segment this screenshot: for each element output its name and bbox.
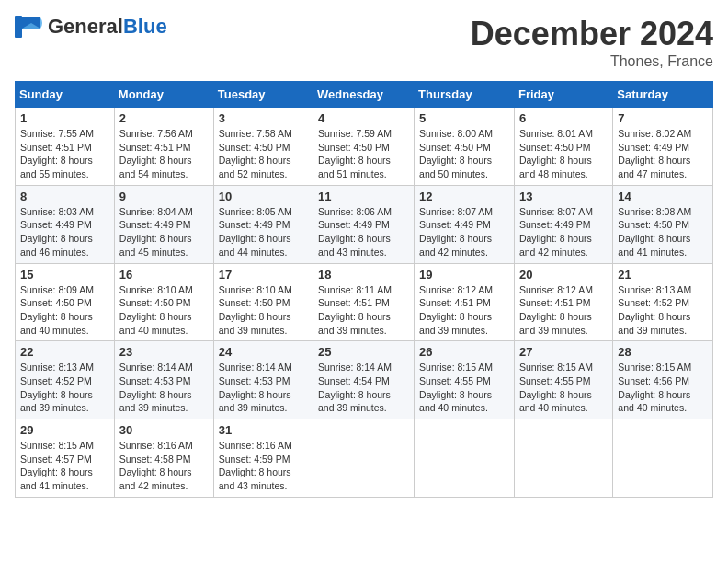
- day-number: 17: [219, 268, 308, 282]
- day-info: Sunrise: 7:59 AM Sunset: 4:50 PM Dayligh…: [318, 127, 409, 181]
- day-info: Sunrise: 8:00 AM Sunset: 4:50 PM Dayligh…: [419, 127, 509, 181]
- day-number: 7: [618, 111, 708, 125]
- day-number: 6: [519, 111, 608, 125]
- calendar-cell: 19 Sunrise: 8:12 AM Sunset: 4:51 PM Dayl…: [415, 263, 515, 341]
- day-number: 31: [219, 423, 308, 437]
- day-info: Sunrise: 8:15 AM Sunset: 4:55 PM Dayligh…: [419, 361, 509, 415]
- day-info: Sunrise: 7:56 AM Sunset: 4:51 PM Dayligh…: [119, 127, 209, 181]
- calendar-cell: 27 Sunrise: 8:15 AM Sunset: 4:55 PM Dayl…: [514, 341, 612, 419]
- calendar-cell: [313, 419, 415, 498]
- day-info: Sunrise: 8:16 AM Sunset: 4:58 PM Dayligh…: [119, 439, 209, 493]
- calendar-cell: 31 Sunrise: 8:16 AM Sunset: 4:59 PM Dayl…: [213, 419, 313, 498]
- calendar-cell: 23 Sunrise: 8:14 AM Sunset: 4:53 PM Dayl…: [114, 341, 213, 419]
- calendar-cell: 12 Sunrise: 8:07 AM Sunset: 4:49 PM Dayl…: [415, 185, 515, 263]
- day-number: 25: [318, 345, 409, 359]
- day-info: Sunrise: 8:13 AM Sunset: 4:52 PM Dayligh…: [20, 361, 109, 415]
- calendar-week-row: 1 Sunrise: 7:55 AM Sunset: 4:51 PM Dayli…: [16, 108, 713, 186]
- calendar-cell: 14 Sunrise: 8:08 AM Sunset: 4:50 PM Dayl…: [613, 185, 713, 263]
- calendar-cell: 1 Sunrise: 7:55 AM Sunset: 4:51 PM Dayli…: [16, 108, 115, 186]
- weekday-header-wednesday: Wednesday: [313, 82, 415, 108]
- calendar-cell: 16 Sunrise: 8:10 AM Sunset: 4:50 PM Dayl…: [114, 263, 213, 341]
- day-info: Sunrise: 8:12 AM Sunset: 4:51 PM Dayligh…: [519, 283, 608, 338]
- calendar-cell: 9 Sunrise: 8:04 AM Sunset: 4:49 PM Dayli…: [114, 185, 213, 263]
- calendar-table: SundayMondayTuesdayWednesdayThursdayFrid…: [15, 81, 713, 498]
- calendar-week-row: 8 Sunrise: 8:03 AM Sunset: 4:49 PM Dayli…: [16, 185, 713, 263]
- calendar-cell: 8 Sunrise: 8:03 AM Sunset: 4:49 PM Dayli…: [16, 185, 115, 263]
- calendar-cell: [514, 419, 612, 498]
- calendar-week-row: 15 Sunrise: 8:09 AM Sunset: 4:50 PM Dayl…: [16, 263, 713, 341]
- day-info: Sunrise: 8:05 AM Sunset: 4:49 PM Dayligh…: [219, 205, 308, 259]
- calendar-week-row: 29 Sunrise: 8:15 AM Sunset: 4:57 PM Dayl…: [16, 419, 713, 498]
- day-info: Sunrise: 8:12 AM Sunset: 4:51 PM Dayligh…: [419, 283, 509, 338]
- header: GeneralBlue December 2024 Thones, France: [15, 15, 713, 70]
- calendar-cell: 6 Sunrise: 8:01 AM Sunset: 4:50 PM Dayli…: [514, 108, 612, 186]
- month-title: December 2024: [471, 15, 713, 53]
- day-number: 2: [119, 111, 209, 125]
- logo-general-text: General: [48, 15, 123, 39]
- day-info: Sunrise: 8:02 AM Sunset: 4:49 PM Dayligh…: [618, 127, 708, 181]
- day-info: Sunrise: 8:11 AM Sunset: 4:51 PM Dayligh…: [318, 283, 409, 338]
- day-number: 22: [20, 345, 109, 359]
- calendar-cell: 30 Sunrise: 8:16 AM Sunset: 4:58 PM Dayl…: [114, 419, 213, 498]
- calendar-cell: 4 Sunrise: 7:59 AM Sunset: 4:50 PM Dayli…: [313, 108, 415, 186]
- calendar-cell: [415, 419, 515, 498]
- day-info: Sunrise: 8:09 AM Sunset: 4:50 PM Dayligh…: [20, 283, 109, 338]
- calendar-cell: 22 Sunrise: 8:13 AM Sunset: 4:52 PM Dayl…: [16, 341, 115, 419]
- day-number: 1: [20, 111, 109, 125]
- logo-area: GeneralBlue: [15, 15, 167, 39]
- day-info: Sunrise: 8:14 AM Sunset: 4:53 PM Dayligh…: [119, 361, 209, 415]
- day-number: 5: [419, 111, 509, 125]
- location-title: Thones, France: [471, 53, 713, 70]
- calendar-cell: 21 Sunrise: 8:13 AM Sunset: 4:52 PM Dayl…: [613, 263, 713, 341]
- day-info: Sunrise: 8:07 AM Sunset: 4:49 PM Dayligh…: [419, 205, 509, 259]
- day-info: Sunrise: 8:04 AM Sunset: 4:49 PM Dayligh…: [119, 205, 209, 259]
- calendar-cell: 24 Sunrise: 8:14 AM Sunset: 4:53 PM Dayl…: [213, 341, 313, 419]
- calendar-cell: 20 Sunrise: 8:12 AM Sunset: 4:51 PM Dayl…: [514, 263, 612, 341]
- day-number: 21: [618, 268, 708, 282]
- day-info: Sunrise: 8:08 AM Sunset: 4:50 PM Dayligh…: [618, 205, 708, 259]
- day-number: 18: [318, 268, 409, 282]
- day-info: Sunrise: 8:06 AM Sunset: 4:49 PM Dayligh…: [318, 205, 409, 259]
- calendar-cell: 10 Sunrise: 8:05 AM Sunset: 4:49 PM Dayl…: [213, 185, 313, 263]
- day-info: Sunrise: 8:14 AM Sunset: 4:53 PM Dayligh…: [219, 361, 308, 415]
- day-number: 23: [119, 345, 209, 359]
- day-info: Sunrise: 8:03 AM Sunset: 4:49 PM Dayligh…: [20, 205, 109, 259]
- day-info: Sunrise: 8:15 AM Sunset: 4:56 PM Dayligh…: [618, 361, 708, 415]
- title-area: December 2024 Thones, France: [471, 15, 713, 70]
- day-info: Sunrise: 8:15 AM Sunset: 4:55 PM Dayligh…: [519, 361, 608, 415]
- day-number: 3: [219, 111, 308, 125]
- day-number: 15: [20, 268, 109, 282]
- calendar-cell: 25 Sunrise: 8:14 AM Sunset: 4:54 PM Dayl…: [313, 341, 415, 419]
- calendar-cell: 3 Sunrise: 7:58 AM Sunset: 4:50 PM Dayli…: [213, 108, 313, 186]
- day-info: Sunrise: 8:16 AM Sunset: 4:59 PM Dayligh…: [219, 439, 308, 493]
- day-info: Sunrise: 8:01 AM Sunset: 4:50 PM Dayligh…: [519, 127, 608, 181]
- day-number: 13: [519, 190, 608, 203]
- day-info: Sunrise: 8:13 AM Sunset: 4:52 PM Dayligh…: [618, 283, 708, 338]
- calendar-header-row: SundayMondayTuesdayWednesdayThursdayFrid…: [16, 82, 713, 108]
- logo-blue-text: Blue: [123, 15, 167, 39]
- day-info: Sunrise: 8:14 AM Sunset: 4:54 PM Dayligh…: [318, 361, 409, 415]
- day-info: Sunrise: 8:07 AM Sunset: 4:49 PM Dayligh…: [519, 205, 608, 259]
- day-number: 16: [119, 268, 209, 282]
- svg-rect-0: [15, 16, 22, 38]
- calendar-cell: 28 Sunrise: 8:15 AM Sunset: 4:56 PM Dayl…: [613, 341, 713, 419]
- day-number: 29: [20, 423, 109, 437]
- weekday-header-friday: Friday: [514, 82, 612, 108]
- day-number: 20: [519, 268, 608, 282]
- calendar-cell: 13 Sunrise: 8:07 AM Sunset: 4:49 PM Dayl…: [514, 185, 612, 263]
- day-info: Sunrise: 8:10 AM Sunset: 4:50 PM Dayligh…: [119, 283, 209, 338]
- day-number: 27: [519, 345, 608, 359]
- logo-icon: [15, 16, 44, 38]
- calendar-cell: 2 Sunrise: 7:56 AM Sunset: 4:51 PM Dayli…: [114, 108, 213, 186]
- day-number: 12: [419, 190, 509, 203]
- day-number: 28: [618, 345, 708, 359]
- calendar-cell: 17 Sunrise: 8:10 AM Sunset: 4:50 PM Dayl…: [213, 263, 313, 341]
- day-number: 14: [618, 190, 708, 203]
- calendar-cell: 18 Sunrise: 8:11 AM Sunset: 4:51 PM Dayl…: [313, 263, 415, 341]
- calendar-cell: 11 Sunrise: 8:06 AM Sunset: 4:49 PM Dayl…: [313, 185, 415, 263]
- calendar-week-row: 22 Sunrise: 8:13 AM Sunset: 4:52 PM Dayl…: [16, 341, 713, 419]
- day-number: 30: [119, 423, 209, 437]
- day-number: 9: [119, 190, 209, 203]
- day-number: 8: [20, 190, 109, 203]
- calendar-cell: [613, 419, 713, 498]
